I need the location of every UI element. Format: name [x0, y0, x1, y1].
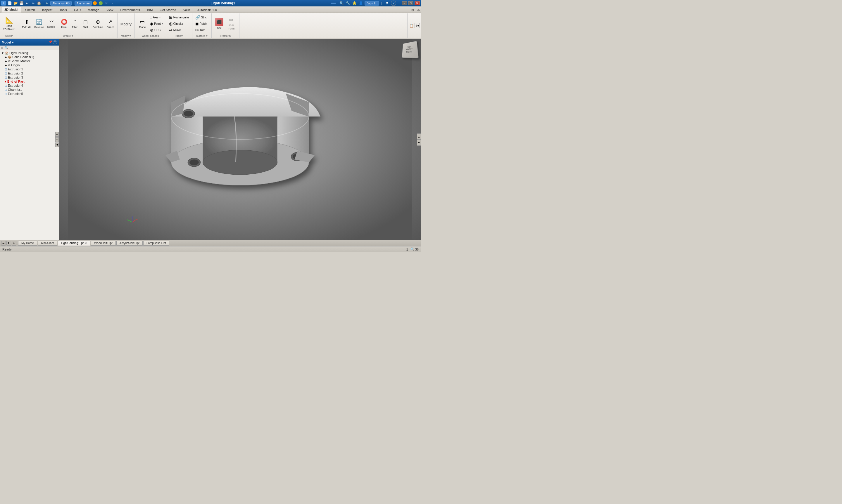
- tree-item-extrusion3[interactable]: ⊡ Extrusion3: [0, 75, 59, 79]
- svg-point-12: [189, 159, 199, 165]
- tree-item-extrusion2[interactable]: ⊡ Extrusion2: [0, 71, 59, 75]
- qa-color2[interactable]: 🟢: [98, 1, 103, 6]
- ribbon-minimize-icon[interactable]: ⊟: [410, 7, 415, 13]
- tab-bim[interactable]: BIM: [144, 7, 156, 13]
- sign-in-btn[interactable]: Sign In: [365, 1, 379, 5]
- qa-open[interactable]: 📂: [13, 1, 18, 6]
- revolve-btn[interactable]: 🔄 Revolve: [33, 14, 46, 33]
- nav-arrow-down[interactable]: ▼: [55, 137, 59, 142]
- tree-item-extrusion4[interactable]: ⊡ Extrusion4: [0, 84, 59, 88]
- qa-save[interactable]: 💾: [19, 1, 24, 6]
- sidebar-pin-icon[interactable]: 📌: [49, 40, 52, 44]
- tab-ark4[interactable]: ARK4.iam: [38, 240, 57, 246]
- ribbon-icon1[interactable]: 📋: [409, 23, 414, 28]
- editform-btn[interactable]: ✏ EditForm: [226, 14, 237, 33]
- tab-inspect[interactable]: Inspect: [39, 7, 55, 13]
- qa-new[interactable]: 📄: [7, 1, 12, 6]
- search-box[interactable]: [331, 3, 336, 4]
- modify-dropdown-arrow[interactable]: ▾: [130, 34, 131, 37]
- maximize-btn[interactable]: □: [408, 1, 413, 5]
- tab-vault[interactable]: Vault: [180, 7, 193, 13]
- tree-item-viewmaster[interactable]: ▶ 👁 View: Master: [0, 59, 59, 63]
- create-dropdown-arrow[interactable]: ▾: [72, 34, 73, 37]
- patch-btn[interactable]: ◼ Patch: [194, 21, 210, 26]
- nav-cube[interactable]: TOPFRONTRIGHT: [401, 41, 419, 59]
- tab-3dmodel[interactable]: 3D Model: [1, 7, 21, 13]
- qa-formula[interactable]: fx: [104, 1, 109, 6]
- tree-item-solidbodies[interactable]: ▶ 📦 Solid Bodies(1): [0, 55, 59, 59]
- box-label: Box: [217, 26, 222, 30]
- stitch-btn[interactable]: 🔗 Stitch: [194, 14, 210, 20]
- tabbar-icon-up[interactable]: ⬆: [6, 241, 11, 246]
- mirror-btn[interactable]: ⇔ Mirror: [168, 27, 190, 33]
- search-icon[interactable]: 🔍: [339, 1, 344, 6]
- tab-acrylicslab1[interactable]: AcrylicSlab1.ipt: [116, 240, 143, 246]
- ucs-btn[interactable]: ⊕ UCS: [149, 27, 164, 33]
- qa-color1[interactable]: 🟠: [92, 1, 98, 6]
- surface-dropdown-arrow[interactable]: ▾: [206, 34, 208, 37]
- qa-redo[interactable]: ↪: [30, 1, 36, 6]
- direct-btn[interactable]: ↗ Direct: [105, 14, 116, 33]
- axis-btn[interactable]: ↕ Axis ▾: [149, 14, 164, 20]
- combine-btn[interactable]: ⊕ Combine: [91, 14, 105, 33]
- account-icon[interactable]: 👤: [358, 1, 363, 6]
- tree-item-lighthous1[interactable]: ▼ 🏠 LightHousing1: [0, 51, 59, 55]
- ribbon-view-btn[interactable]: ⚙▾: [415, 23, 420, 28]
- close-btn[interactable]: ✕: [415, 1, 420, 5]
- shell-btn[interactable]: ◻ Shell: [81, 14, 91, 33]
- tab-manage[interactable]: Manage: [85, 7, 103, 13]
- rectangular-btn[interactable]: ⊞ Rectangular: [168, 14, 190, 20]
- sidebar-filter-icon[interactable]: 🔍: [5, 46, 8, 49]
- tree-label-extrusion3: Extrusion3: [8, 76, 23, 79]
- tab-tools[interactable]: Tools: [56, 7, 70, 13]
- nav-cube-box[interactable]: TOPFRONTRIGHT: [402, 41, 419, 58]
- point-btn[interactable]: ◆ Point ▾: [149, 21, 164, 26]
- tab-lighthousing1[interactable]: LightHousing1.ipt ✕: [58, 240, 90, 246]
- tab-cad[interactable]: CAD: [71, 7, 84, 13]
- material2-dropdown[interactable]: Aluminum: [74, 1, 91, 5]
- tab-view[interactable]: View: [103, 7, 117, 13]
- ribbon-settings-icon[interactable]: ⚙: [416, 7, 421, 13]
- nav-arrow-up[interactable]: ▲: [55, 132, 59, 137]
- tab-lampbase1[interactable]: LampBase1.ipt: [143, 240, 169, 246]
- tree-item-origin[interactable]: ▶ ⊕ Origin: [0, 63, 59, 67]
- viewport[interactable]: TOPFRONTRIGHT ▲ ▼ X Y Z: [59, 39, 421, 240]
- tab-sketch[interactable]: Sketch: [22, 7, 38, 13]
- tab-woodhalf1[interactable]: WoodHalf1.ipt: [91, 240, 116, 246]
- fillet-btn[interactable]: ◜ Fillet: [70, 14, 80, 33]
- vp-arrow-down[interactable]: ▼: [417, 140, 421, 145]
- nav-arrow-left[interactable]: ◀: [55, 143, 59, 147]
- sweep-btn[interactable]: 〰 Sweep: [46, 14, 57, 33]
- subscribe-icon[interactable]: ⭐: [352, 1, 357, 6]
- quick-access-toolbar: 📄 📂 💾 ↩ ↪ 🏠 | Al Aluminum 60 | Aluminum …: [7, 1, 115, 6]
- box-btn[interactable]: ⬛ Box: [213, 14, 225, 33]
- tree-item-extrusion5[interactable]: ⊡ Extrusion5: [0, 92, 59, 96]
- plane-btn[interactable]: ▭ Plane: [137, 14, 148, 33]
- help-tools-icon[interactable]: 🔧: [345, 1, 350, 6]
- info-icon[interactable]: ?: [391, 1, 396, 6]
- vp-arrow-up[interactable]: ▲: [417, 133, 421, 139]
- tab-getstarted[interactable]: Get Started: [156, 7, 179, 13]
- start-2d-sketch-btn[interactable]: 📐 Start2D Sketch: [2, 14, 17, 33]
- sidebar-help-icon[interactable]: ?: [53, 40, 57, 44]
- material-dropdown[interactable]: Aluminum 60: [50, 1, 71, 5]
- tabbar-icon-down[interactable]: ⬇: [12, 241, 16, 246]
- trim-btn[interactable]: ✂ Trim: [194, 27, 210, 33]
- tab-environments[interactable]: Environments: [117, 7, 143, 13]
- qa-undo[interactable]: ↩: [24, 1, 30, 6]
- tree-item-chamfer1[interactable]: ⊡ Chamfer1: [0, 88, 59, 92]
- tab-lighthousing1-close[interactable]: ✕: [85, 242, 87, 245]
- tree-item-endofpart[interactable]: ● End of Part: [0, 79, 59, 84]
- hole-btn[interactable]: ⭕ Hole: [59, 14, 69, 33]
- tabbar-icon-home[interactable]: ⬅: [1, 241, 6, 246]
- tab-autodesk360[interactable]: Autodesk 360: [194, 7, 220, 13]
- status-page: 1: [406, 248, 408, 251]
- extrude-btn[interactable]: ⬆ Extrude: [21, 14, 33, 33]
- qa-param[interactable]: ~: [110, 1, 115, 6]
- sidebar-expand-icon[interactable]: ▷: [1, 46, 3, 49]
- qa-home[interactable]: 🏠: [36, 1, 41, 6]
- minimize-btn[interactable]: −: [402, 1, 407, 5]
- tree-item-extrusion1[interactable]: ⊡ Extrusion1: [0, 67, 59, 71]
- tab-myhome[interactable]: My Home: [18, 240, 37, 246]
- circular-btn[interactable]: ◎ Circular: [168, 21, 190, 26]
